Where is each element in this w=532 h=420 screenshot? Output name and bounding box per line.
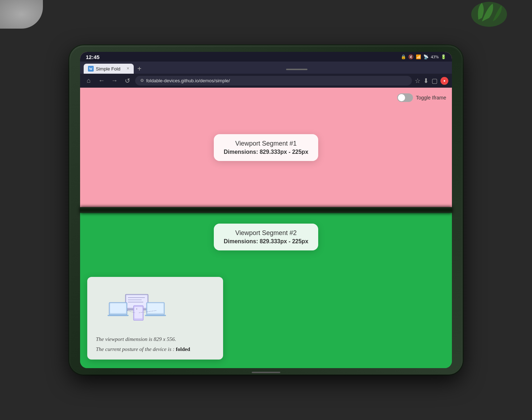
svg-rect-8 (110, 303, 126, 313)
svg-rect-9 (108, 315, 129, 316)
address-bar-row: ⌂ ← → ↺ ⚙ foldable-devices.github.io/dem… (80, 74, 452, 88)
home-button[interactable]: ⌂ (84, 77, 94, 84)
bottom-nav-bar (252, 372, 280, 373)
posture-value: folded (176, 346, 190, 352)
sound-icon: 🔇 (408, 54, 414, 60)
record-button[interactable]: ● (440, 77, 448, 85)
segment-1-dimensions: Dimensions: 829.333px - 225px (224, 149, 309, 155)
device-hinge (80, 207, 452, 213)
tab-drag-handle (286, 69, 307, 70)
posture-text: The current posture of the device is : f… (96, 346, 215, 352)
foldable-device: 12:45 🔒 🔇 📶 📡 43% 🔋 W Simple Fold (69, 45, 463, 375)
decorative-object-left (0, 0, 43, 29)
lock-icon: 🔒 (401, 54, 406, 60)
signal-icon: 📡 (423, 54, 429, 60)
back-button[interactable]: ← (97, 77, 107, 84)
screen-top: 12:45 🔒 🔇 📶 📡 43% 🔋 W Simple Fold (80, 52, 452, 207)
segment-2-dimensions: Dimensions: 829.333px - 225px (224, 238, 309, 245)
active-tab[interactable]: W Simple Fold × (84, 64, 134, 74)
device-info-card: The viewport dimension is 829 x 556. The… (87, 277, 223, 360)
forward-button[interactable]: → (109, 77, 119, 84)
segment-1-card: Viewport Segment #1 Dimensions: 829.333p… (214, 134, 319, 161)
refresh-button[interactable]: ↺ (122, 77, 132, 85)
segment-1-title: Viewport Segment #1 (224, 140, 309, 147)
toggle-knob (398, 94, 405, 101)
device-wrapper: 12:45 🔒 🔇 📶 📡 43% 🔋 W Simple Fold (69, 45, 463, 375)
toolbar-icons: ☆ ⬇ ▢ ● (415, 77, 448, 85)
new-tab-button[interactable]: + (135, 64, 144, 74)
download-icon[interactable]: ⬇ (423, 77, 429, 85)
siteinfo-icon: ⚙ (140, 78, 144, 83)
tab-favicon: W (88, 66, 94, 72)
tab-switcher-icon[interactable]: ▢ (432, 77, 438, 85)
segment-2-title: Viewport Segment #2 (224, 229, 309, 237)
segment-2-card: Viewport Segment #2 Dimensions: 829.333p… (214, 224, 319, 250)
decorative-plant (468, 0, 511, 29)
status-time: 12:45 (86, 54, 99, 60)
toggle-iframe-switch[interactable] (397, 93, 413, 102)
viewport-segment-2-area: Viewport Segment #2 Dimensions: 829.333p… (80, 213, 452, 368)
tab-title: Simple Fold (96, 66, 124, 72)
device-illustration (96, 284, 174, 331)
address-bar[interactable]: ⚙ foldable-devices.github.io/demos/simpl… (135, 76, 412, 86)
url-display: foldable-devices.github.io/demos/simple/ (146, 78, 407, 83)
viewport-segment-1-area: Viewport Segment #1 Dimensions: 829.333p… (80, 88, 452, 207)
toggle-area: Toggle Iframe (397, 93, 446, 102)
toggle-iframe-label: Toggle Iframe (416, 95, 446, 101)
tab-close-button[interactable]: × (127, 66, 129, 72)
svg-rect-12 (145, 315, 166, 316)
battery-display: 43% (431, 54, 439, 60)
svg-rect-11 (148, 303, 164, 313)
bookmark-icon[interactable]: ☆ (415, 77, 420, 85)
wifi-icon: 📶 (416, 54, 421, 60)
status-bar: 12:45 🔒 🔇 📶 📡 43% 🔋 (80, 52, 452, 62)
battery-icon: 🔋 (441, 54, 446, 60)
status-icons: 🔒 🔇 📶 📡 43% 🔋 (401, 54, 446, 60)
viewport-dimension-text: The viewport dimension is 829 x 556. (96, 335, 215, 343)
screen-bottom: Viewport Segment #2 Dimensions: 829.333p… (80, 213, 452, 368)
tab-bar: W Simple Fold × + (80, 62, 452, 74)
